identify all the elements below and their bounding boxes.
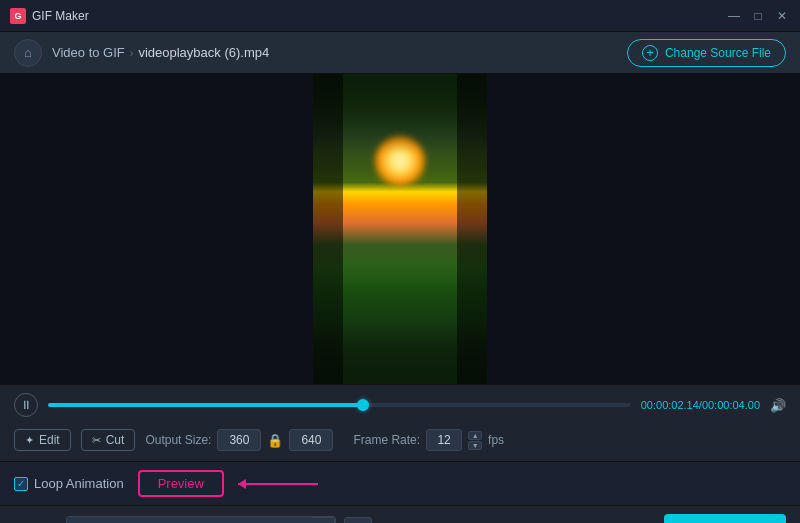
loop-animation-label: Loop Animation: [34, 476, 124, 491]
frame-rate-input[interactable]: [426, 429, 462, 451]
output-height-input[interactable]: [289, 429, 333, 451]
lock-icon[interactable]: 🔒: [267, 433, 283, 448]
breadcrumb-separator: ›: [130, 47, 134, 59]
loop-animation-checkbox[interactable]: ✓: [14, 477, 28, 491]
change-source-button[interactable]: + Change Source File: [627, 39, 786, 67]
progress-fill: [48, 403, 363, 407]
home-button[interactable]: ⌂: [14, 39, 42, 67]
fps-label: fps: [488, 433, 504, 447]
edit-icon: ✦: [25, 434, 34, 447]
frame-rate-label: Frame Rate:: [353, 433, 420, 447]
edit-row: ✦ Edit ✂ Cut Output Size: 🔒 Frame Rate: …: [14, 423, 786, 455]
preview-button[interactable]: Preview: [138, 470, 224, 497]
save-path-dropdown-button[interactable]: ▼: [312, 517, 335, 523]
spinner-up-button[interactable]: ▲: [468, 431, 482, 440]
video-content: [313, 74, 487, 384]
output-size-section: Output Size: 🔒: [145, 429, 333, 451]
nav-left: ⌂ Video to GIF › videoplayback (6).mp4: [14, 39, 269, 67]
generate-gif-button[interactable]: Generate GIF: [664, 514, 786, 523]
spinner-down-button[interactable]: ▼: [468, 441, 482, 450]
volume-button[interactable]: 🔊: [770, 398, 786, 413]
frame-rate-section: Frame Rate: ▲ ▼ fps: [353, 429, 504, 451]
output-size-label: Output Size:: [145, 433, 211, 447]
app-title: GIF Maker: [32, 9, 89, 23]
change-source-label: Change Source File: [665, 46, 771, 60]
action-row: ✓ Loop Animation Preview: [0, 461, 800, 505]
nav-bar: ⌂ Video to GIF › videoplayback (6).mp4 +…: [0, 32, 800, 74]
preview-arrow-line: [238, 483, 318, 485]
progress-row: ⏸ 00:00:02.14/00:00:04.00 🔊: [14, 393, 786, 417]
play-pause-button[interactable]: ⏸: [14, 393, 38, 417]
breadcrumb-parent[interactable]: Video to GIF: [52, 45, 125, 60]
dark-overlay-right: [457, 74, 487, 384]
output-width-input[interactable]: [217, 429, 261, 451]
breadcrumb-current: videoplayback (6).mp4: [138, 45, 269, 60]
cut-button[interactable]: ✂ Cut: [81, 429, 136, 451]
window-controls: — □ ✕: [726, 8, 790, 24]
checkbox-check-icon: ✓: [17, 478, 25, 489]
progress-thumb: [357, 399, 369, 411]
loop-animation-checkbox-label[interactable]: ✓ Loop Animation: [14, 476, 124, 491]
title-bar: G GIF Maker — □ ✕: [0, 0, 800, 32]
dark-overlay-left: [313, 74, 343, 384]
cut-icon: ✂: [92, 434, 101, 447]
save-path-input[interactable]: [67, 517, 312, 523]
save-row: Save to: ▼ 📁 Generate GIF: [0, 505, 800, 523]
maximize-button[interactable]: □: [750, 8, 766, 24]
edit-button[interactable]: ✦ Edit: [14, 429, 71, 451]
minimize-button[interactable]: —: [726, 8, 742, 24]
playback-controls: ⏸ 00:00:02.14/00:00:04.00 🔊 ✦ Edit ✂ Cut…: [0, 384, 800, 461]
video-preview-area: [0, 74, 800, 384]
plus-icon: +: [642, 45, 658, 61]
video-frame[interactable]: [313, 74, 487, 384]
cut-label: Cut: [106, 433, 125, 447]
title-bar-left: G GIF Maker: [10, 8, 89, 24]
app-icon: G: [10, 8, 26, 24]
edit-label: Edit: [39, 433, 60, 447]
close-button[interactable]: ✕: [774, 8, 790, 24]
breadcrumb: Video to GIF › videoplayback (6).mp4: [52, 45, 269, 60]
frame-rate-spinner: ▲ ▼: [468, 431, 482, 450]
preview-arrow-indicator: [238, 483, 318, 485]
progress-track[interactable]: [48, 403, 631, 407]
time-display: 00:00:02.14/00:00:04.00: [641, 399, 760, 411]
save-folder-button[interactable]: 📁: [344, 517, 372, 523]
